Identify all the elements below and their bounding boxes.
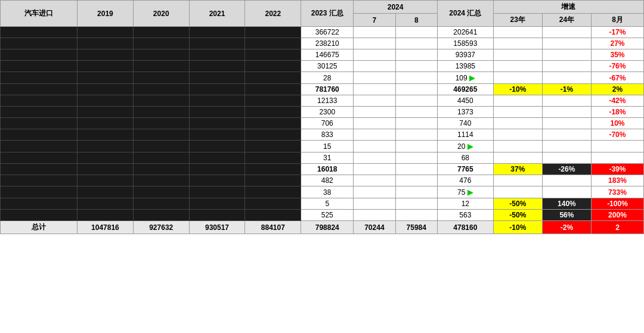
cell bbox=[189, 164, 245, 175]
table-row: 1466759393735% bbox=[1, 49, 644, 61]
cell bbox=[78, 84, 134, 95]
cell bbox=[133, 198, 189, 210]
cell bbox=[245, 129, 301, 141]
header-row: 汽车进口 2019 2020 2021 2022 2023 汇总 2024 20… bbox=[1, 1, 644, 14]
cell bbox=[245, 175, 301, 186]
cell bbox=[1, 84, 78, 95]
cell bbox=[354, 153, 395, 164]
cell bbox=[133, 210, 189, 221]
cell bbox=[493, 175, 542, 186]
cell bbox=[78, 118, 134, 129]
cell bbox=[78, 186, 134, 198]
table-row: 28109 ▶-67% bbox=[1, 72, 644, 84]
cell bbox=[354, 107, 395, 118]
cell: 27% bbox=[591, 38, 643, 49]
cell bbox=[189, 129, 245, 141]
total-m8: 75984 bbox=[395, 221, 437, 234]
cell bbox=[133, 38, 189, 49]
cell bbox=[493, 49, 542, 61]
cell: 146675 bbox=[301, 49, 354, 61]
cell bbox=[354, 72, 395, 84]
cell bbox=[395, 175, 437, 186]
total-2022: 884107 bbox=[245, 221, 301, 234]
cell bbox=[354, 61, 395, 72]
cell bbox=[1, 175, 78, 186]
cell bbox=[542, 107, 591, 118]
cell: 525 bbox=[301, 210, 354, 221]
table-row: 3875 ▶733% bbox=[1, 186, 644, 198]
cell bbox=[133, 84, 189, 95]
cell bbox=[542, 61, 591, 72]
data-table: 汽车进口 2019 2020 2021 2022 2023 汇总 2024 20… bbox=[0, 0, 644, 234]
cell bbox=[1, 186, 78, 198]
cell: -26% bbox=[542, 164, 591, 175]
cell: 740 bbox=[437, 118, 493, 129]
cell bbox=[133, 49, 189, 61]
cell bbox=[395, 72, 437, 84]
cell bbox=[354, 186, 395, 198]
cell bbox=[1, 95, 78, 107]
cell bbox=[189, 27, 245, 38]
cell: -10% bbox=[493, 84, 542, 95]
table-row: 781760469265-10%-1%2% bbox=[1, 84, 644, 95]
cell bbox=[395, 118, 437, 129]
total-label: 总计 bbox=[1, 221, 78, 234]
cell bbox=[1, 198, 78, 210]
cell bbox=[395, 164, 437, 175]
cell bbox=[78, 175, 134, 186]
table-row: 70674010% bbox=[1, 118, 644, 129]
cell bbox=[1, 153, 78, 164]
cell: 140% bbox=[542, 198, 591, 210]
cell bbox=[133, 61, 189, 72]
cell bbox=[78, 107, 134, 118]
cell: 15 bbox=[301, 141, 354, 153]
cell: -76% bbox=[591, 61, 643, 72]
cell: 563 bbox=[437, 210, 493, 221]
cell: -39% bbox=[591, 164, 643, 175]
total-sum2024: 478160 bbox=[437, 221, 493, 234]
cell bbox=[133, 107, 189, 118]
col-header-2021: 2021 bbox=[189, 1, 245, 27]
cell: 38 bbox=[301, 186, 354, 198]
col-header-2022: 2022 bbox=[245, 1, 301, 27]
col-header-spd23: 23年 bbox=[493, 14, 542, 27]
cell bbox=[189, 175, 245, 186]
cell bbox=[78, 141, 134, 153]
cell bbox=[189, 118, 245, 129]
cell bbox=[189, 210, 245, 221]
cell bbox=[189, 107, 245, 118]
total-m7: 70244 bbox=[354, 221, 395, 234]
cell bbox=[245, 198, 301, 210]
cell: 7765 bbox=[437, 164, 493, 175]
cell bbox=[78, 49, 134, 61]
cell bbox=[189, 198, 245, 210]
cell bbox=[245, 84, 301, 95]
cell bbox=[591, 141, 643, 153]
cell bbox=[189, 72, 245, 84]
cell bbox=[395, 38, 437, 49]
cell bbox=[395, 95, 437, 107]
table-row: 16018776537%-26%-39% bbox=[1, 164, 644, 175]
cell bbox=[133, 186, 189, 198]
cell bbox=[493, 186, 542, 198]
cell: 158593 bbox=[437, 38, 493, 49]
cell bbox=[354, 141, 395, 153]
cell bbox=[245, 118, 301, 129]
cell: 238210 bbox=[301, 38, 354, 49]
cell bbox=[542, 175, 591, 186]
cell bbox=[493, 95, 542, 107]
cell bbox=[395, 27, 437, 38]
cell bbox=[493, 61, 542, 72]
cell: 16018 bbox=[301, 164, 354, 175]
table-row: 512-50%140%-100% bbox=[1, 198, 644, 210]
cell bbox=[133, 141, 189, 153]
cell bbox=[133, 164, 189, 175]
total-2019: 1047816 bbox=[78, 221, 134, 234]
cell bbox=[78, 129, 134, 141]
cell bbox=[245, 95, 301, 107]
cell bbox=[542, 141, 591, 153]
cell bbox=[78, 95, 134, 107]
cell bbox=[245, 38, 301, 49]
cell: 733% bbox=[591, 186, 643, 198]
cell bbox=[1, 118, 78, 129]
